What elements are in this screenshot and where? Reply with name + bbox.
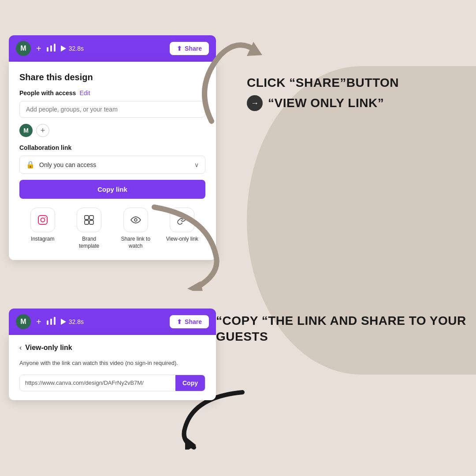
instagram-icon — [30, 208, 55, 232]
toolbar-avatar-bottom: M — [16, 314, 31, 329]
instagram-option[interactable]: Instagram — [25, 208, 60, 243]
step2-text: “COPY “THE LINK AND SHARE TO YOUR GUESTS — [216, 313, 467, 345]
back-row: ‹ View-only link — [19, 344, 205, 352]
svg-point-5 — [45, 217, 45, 218]
instagram-label: Instagram — [31, 236, 54, 243]
view-only-title: View-only link — [25, 344, 72, 352]
view-only-link-panel: ‹ View-only link Anyone with the link ca… — [9, 335, 216, 400]
svg-point-4 — [41, 218, 45, 222]
collab-label: Collaboration link — [19, 144, 205, 151]
toolbar-time: 32.8s — [61, 45, 84, 52]
link-copy-row: https://www.canva.com/design/DAFrNy2vB7M… — [19, 375, 205, 391]
toolbar-time-bottom: 32.8s — [61, 318, 84, 325]
edit-link[interactable]: Edit — [79, 89, 90, 97]
toolbar-plus: + — [36, 44, 41, 54]
svg-rect-0 — [47, 47, 48, 52]
play-icon-bottom — [61, 319, 66, 325]
svg-rect-8 — [85, 220, 89, 224]
circle-arrow-right-icon: → — [247, 95, 263, 111]
step1-line2-text: “VIEW ONLY LINK” — [268, 96, 384, 110]
user-avatar: M — [19, 124, 33, 137]
instruction-top: CLICK “SHARE”BUTTON → “VIEW ONLY LINK” — [247, 75, 467, 111]
copy-link-button[interactable]: Copy link — [19, 180, 205, 199]
chart-icon-bottom — [47, 317, 56, 327]
svg-rect-14 — [47, 320, 48, 325]
play-icon — [61, 45, 66, 52]
canva-toolbar-bottom: M + 32.8s ⬆ Share — [9, 309, 216, 335]
back-arrow-icon[interactable]: ‹ — [19, 344, 22, 352]
lock-icon: 🔒 — [26, 160, 35, 169]
add-person-icon[interactable]: + — [36, 124, 49, 137]
toolbar-avatar: M — [16, 41, 31, 56]
link-url-text: https://www.canva.com/design/DAFrNy2vB7M… — [20, 375, 175, 390]
access-dropdown[interactable]: 🔒 Only you can access ∨ — [19, 156, 205, 174]
svg-rect-7 — [89, 216, 93, 219]
share-button-bottom[interactable]: ⬆ Share — [170, 315, 209, 328]
svg-rect-9 — [89, 220, 93, 224]
step1-line2: → “VIEW ONLY LINK” — [247, 95, 467, 111]
bottom-section: M + 32.8s ⬆ Share ‹ Vi — [9, 309, 216, 400]
svg-rect-15 — [50, 319, 52, 325]
copy-button[interactable]: Copy — [175, 375, 205, 391]
brand-template-label: Brand template — [71, 236, 107, 249]
access-text: Only you can access — [39, 161, 190, 168]
main-content: M + 32.8s ⬆ Share Share this des — [0, 0, 476, 476]
svg-rect-1 — [50, 45, 52, 52]
share-icon: ⬆ — [177, 45, 182, 52]
brand-template-icon — [77, 208, 101, 232]
toolbar-plus-bottom: + — [36, 317, 41, 327]
panel-title: Share this design — [19, 72, 205, 82]
svg-rect-3 — [38, 216, 47, 224]
svg-rect-2 — [54, 44, 56, 52]
view-only-description: Anyone with the link can watch this vide… — [19, 359, 205, 368]
add-people-input[interactable] — [19, 101, 205, 118]
brand-template-option[interactable]: Brand template — [71, 208, 107, 249]
people-label: People with access — [19, 89, 76, 97]
chart-icon — [47, 44, 56, 54]
svg-rect-6 — [85, 216, 89, 219]
step1-line1: CLICK “SHARE”BUTTON — [247, 75, 467, 91]
instruction-bottom: “COPY “THE LINK AND SHARE TO YOUR GUESTS — [216, 313, 467, 345]
chevron-down-icon: ∨ — [194, 161, 199, 168]
svg-rect-16 — [54, 317, 56, 325]
arrow-middle — [137, 203, 234, 291]
share-icon-bottom: ⬆ — [177, 318, 182, 325]
avatar-row: M + — [19, 124, 205, 137]
people-access-row: People with access Edit — [19, 89, 205, 97]
